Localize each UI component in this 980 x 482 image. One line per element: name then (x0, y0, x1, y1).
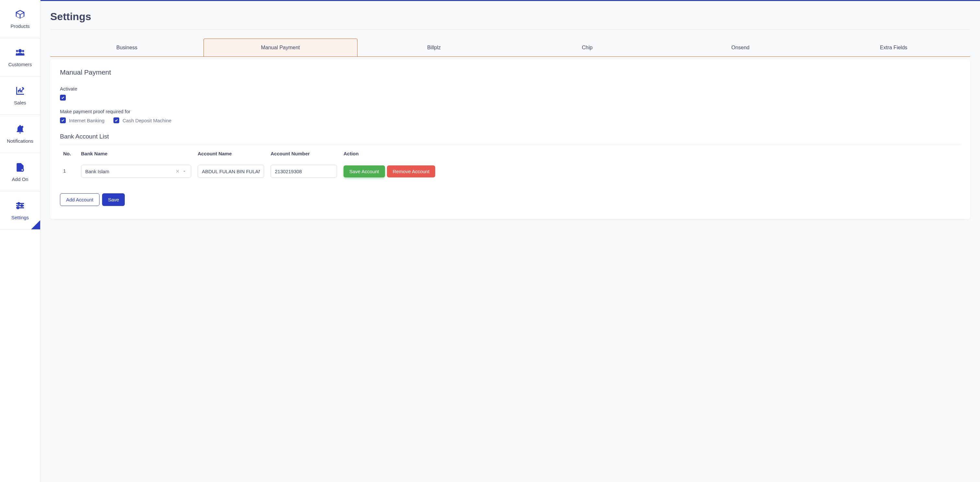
sidebar: Products Customers Sales Notifications (0, 0, 40, 482)
tab-extra-fields[interactable]: Extra Fields (817, 38, 970, 56)
cash-deposit-option: Cash Deposit Machine (113, 117, 172, 123)
sidebar-item-label: Products (10, 23, 30, 29)
sidebar-item-label: Customers (8, 62, 32, 67)
svg-point-5 (21, 205, 23, 206)
header-no: No. (63, 151, 81, 156)
bank-name-select[interactable]: Bank Islam (81, 165, 191, 178)
header-bank-name: Bank Name (81, 151, 198, 156)
chevron-down-icon (182, 169, 187, 174)
sliders-icon (15, 201, 25, 211)
add-account-button[interactable]: Add Account (60, 193, 100, 206)
bank-list-title: Bank Account List (60, 133, 961, 145)
box-icon (15, 9, 25, 19)
proof-required-label: Make payment proof required for (60, 109, 961, 114)
activate-checkbox[interactable] (60, 95, 66, 101)
manual-payment-card: Manual Payment Activate Make payment pro… (50, 59, 970, 219)
remove-account-button[interactable]: Remove Account (387, 165, 435, 177)
sidebar-item-label: Sales (14, 100, 26, 105)
main-content: Settings Business Manual Payment Billplz… (40, 0, 980, 482)
proof-required-group: Make payment proof required for Internet… (60, 109, 961, 123)
tab-manual-payment[interactable]: Manual Payment (204, 38, 358, 56)
cash-deposit-checkbox[interactable] (113, 117, 119, 123)
internet-banking-checkbox[interactable] (60, 117, 66, 123)
save-account-button[interactable]: Save Account (344, 165, 385, 177)
account-number-input[interactable] (270, 165, 337, 178)
settings-tabs: Business Manual Payment Billplz Chip Ons… (50, 38, 970, 57)
users-icon (15, 47, 25, 58)
tab-chip[interactable]: Chip (511, 38, 664, 56)
sidebar-item-label: Add On (12, 176, 29, 182)
header-action: Action (344, 151, 957, 156)
header-account-number: Account Number (270, 151, 344, 156)
sidebar-item-addon[interactable]: Add On (0, 153, 40, 192)
chart-icon (15, 86, 25, 96)
sidebar-item-notifications[interactable]: Notifications (0, 115, 40, 153)
account-name-input[interactable] (198, 165, 264, 178)
clear-icon[interactable] (175, 169, 180, 174)
bottom-buttons: Add Account Save (60, 193, 961, 206)
internet-banking-option: Internet Banking (60, 117, 104, 123)
bank-account-table: No. Bank Name Account Name Account Numbe… (60, 145, 961, 180)
internet-banking-label: Internet Banking (69, 118, 104, 123)
row-number: 1 (63, 165, 81, 174)
bell-icon (15, 124, 25, 134)
section-title: Manual Payment (60, 69, 961, 76)
bank-name-value: Bank Islam (85, 169, 175, 174)
header-account-name: Account Name (198, 151, 270, 156)
page-title: Settings (50, 11, 970, 23)
divider (50, 29, 970, 30)
activate-label: Activate (60, 86, 961, 91)
svg-point-7 (17, 207, 19, 209)
sidebar-item-settings[interactable]: Settings (0, 192, 40, 230)
svg-point-3 (18, 203, 19, 204)
cash-deposit-label: Cash Deposit Machine (123, 118, 172, 123)
sidebar-item-label: Settings (11, 215, 29, 220)
activate-group: Activate (60, 86, 961, 101)
active-indicator (31, 220, 40, 229)
sidebar-item-products[interactable]: Products (0, 0, 40, 38)
tab-billplz[interactable]: Billplz (358, 38, 511, 56)
table-row: 1 Bank Islam (60, 162, 961, 180)
save-button[interactable]: Save (102, 193, 125, 206)
file-plus-icon (15, 162, 25, 172)
tab-onsend[interactable]: Onsend (664, 38, 817, 56)
sidebar-item-sales[interactable]: Sales (0, 77, 40, 115)
sidebar-item-customers[interactable]: Customers (0, 38, 40, 77)
tab-business[interactable]: Business (50, 38, 204, 56)
sidebar-item-label: Notifications (7, 138, 33, 144)
table-header: No. Bank Name Account Name Account Numbe… (60, 145, 961, 162)
svg-point-0 (21, 126, 23, 128)
